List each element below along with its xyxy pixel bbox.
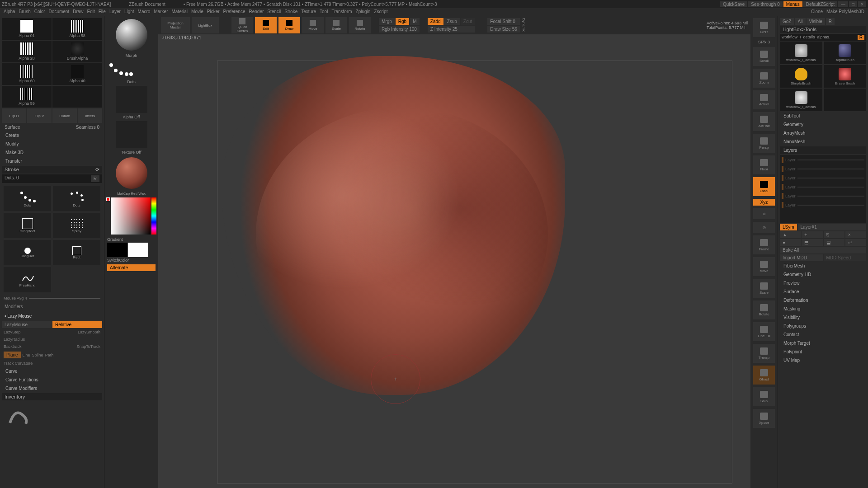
scale-button[interactable]: Scale: [326, 17, 347, 33]
close-icon[interactable]: ×: [858, 1, 866, 7]
menu-item[interactable]: Render: [249, 9, 264, 15]
xpose-button[interactable]: Xpose: [753, 409, 775, 428]
max-icon[interactable]: □: [849, 1, 857, 7]
polypaint-section[interactable]: Polypaint: [780, 348, 866, 356]
alternate-button[interactable]: Alternate: [107, 264, 156, 271]
alpha-thumb[interactable]: Alpha 59: [2, 86, 52, 108]
mouseavg-slider[interactable]: Mouse Avg 4: [4, 296, 27, 300]
menu-item[interactable]: Zplugin: [356, 9, 371, 15]
tool-thumb[interactable]: AlphaBrush: [824, 42, 867, 64]
layer-row[interactable]: Layer: [782, 157, 864, 163]
xyz-button[interactable]: Xyz: [753, 199, 775, 206]
menu-item[interactable]: Texture: [301, 9, 316, 15]
color-picker[interactable]: [111, 197, 151, 235]
menu-item[interactable]: Layer: [109, 9, 121, 15]
bpr-button[interactable]: BPR: [753, 18, 775, 37]
min-icon[interactable]: —: [838, 1, 848, 7]
rotate-gizmo-button[interactable]: Rotate: [753, 300, 775, 319]
transfer-button[interactable]: Transfer: [2, 157, 102, 165]
masking-section[interactable]: Masking: [780, 305, 866, 313]
mddspeed-slider[interactable]: MDD Speed: [824, 254, 867, 261]
defaultzscript-button[interactable]: DefaultZScript: [803, 1, 837, 7]
layer-split-icon[interactable]: ⬒: [802, 239, 822, 246]
line-button[interactable]: Line: [23, 353, 30, 357]
menu-item[interactable]: Material: [172, 9, 188, 15]
alpha-thumb[interactable]: BrushAlpha: [52, 41, 102, 62]
stroke-dragdot[interactable]: DragDot: [4, 240, 51, 265]
scroll-button[interactable]: Scroll: [753, 47, 775, 66]
persp-button[interactable]: Persp: [753, 134, 775, 153]
hue-slider[interactable]: [151, 197, 156, 235]
layer-row[interactable]: Layer: [782, 202, 864, 208]
transp-button[interactable]: Transp: [753, 344, 775, 363]
goz-all-button[interactable]: All: [795, 18, 805, 25]
alpha-thumb[interactable]: [52, 86, 102, 108]
stroke-dots[interactable]: Dots: [4, 186, 51, 211]
menu-item[interactable]: Macro: [138, 9, 151, 15]
rgb-button[interactable]: Rgb: [396, 18, 409, 25]
lazymouse-button[interactable]: LazyMouse: [2, 321, 52, 328]
plane-button[interactable]: Plane: [4, 352, 21, 358]
texture-thumb[interactable]: [116, 121, 147, 148]
alpha-thumb[interactable]: Alpha 28: [2, 41, 52, 62]
alpha-thumb[interactable]: Alpha 01: [2, 18, 52, 40]
morphtarget-section[interactable]: Morph Target: [780, 339, 866, 347]
quicksave-button[interactable]: QuickSave: [720, 1, 747, 7]
zadd-button[interactable]: Zadd: [428, 18, 443, 25]
menu-item[interactable]: Light: [124, 9, 134, 15]
alpha-thumb[interactable]: Alpha 60: [2, 63, 52, 85]
stroke-header[interactable]: Stroke⟳: [2, 166, 102, 174]
menu-item[interactable]: Stencil: [267, 9, 281, 15]
zoom-button[interactable]: Zoom: [753, 69, 775, 88]
layer-name-field[interactable]: Layer#1: [798, 224, 866, 230]
seamless-slider[interactable]: Seamless 0: [76, 125, 99, 130]
stroke-dots2[interactable]: Dots: [53, 186, 100, 211]
layer-invert-icon[interactable]: ⇄: [845, 239, 866, 246]
menu-item[interactable]: Preference: [223, 9, 245, 15]
nanomesh-section[interactable]: NanoMesh: [780, 138, 866, 145]
path-button[interactable]: Path: [45, 353, 54, 357]
alpha-thumb[interactable]: Alpha 58: [52, 18, 102, 40]
curvefns-section[interactable]: Curve Functions: [2, 376, 102, 384]
stroke-rect[interactable]: Rect: [53, 240, 100, 265]
stroke-dragrect[interactable]: DragRect: [4, 213, 51, 238]
aahalf-button[interactable]: AAHalf: [753, 112, 775, 131]
inventory-header[interactable]: Inventory: [2, 393, 102, 400]
viewport[interactable]: [158, 42, 750, 488]
dynamic-button[interactable]: Dynamic: [522, 18, 526, 32]
polygroups-section[interactable]: Polygroups: [780, 322, 866, 330]
quicksketch-button[interactable]: Quick Sketch: [231, 17, 253, 33]
layer-row[interactable]: Layer: [782, 184, 864, 190]
menu-item[interactable]: Alpha: [4, 9, 15, 15]
move-gizmo-button[interactable]: Move: [753, 257, 775, 276]
stroke-preview[interactable]: [104, 58, 136, 80]
drawsize-slider[interactable]: Draw Size 56: [487, 26, 519, 33]
importmdd-button[interactable]: Import MDD: [780, 254, 823, 261]
contact-section[interactable]: Contact: [780, 331, 866, 338]
geometry-section[interactable]: Geometry: [780, 121, 866, 128]
relative-button[interactable]: Relative: [52, 321, 102, 328]
linefill-button[interactable]: Line Fill: [753, 322, 775, 341]
solo-button[interactable]: Solo: [753, 387, 775, 406]
arraymesh-section[interactable]: ArrayMesh: [780, 129, 866, 137]
menu-item[interactable]: Draw: [73, 9, 83, 15]
ghost-button[interactable]: Ghost: [753, 366, 775, 385]
stroke-freehand[interactable]: FreeHand: [4, 267, 51, 292]
m-button[interactable]: M: [410, 18, 419, 25]
curve-section[interactable]: Curve: [2, 367, 102, 375]
deformation-section[interactable]: Deformation: [780, 296, 866, 304]
preview-section[interactable]: Preview: [780, 279, 866, 287]
menu-item[interactable]: Tool: [320, 9, 328, 15]
spix-slider[interactable]: SPix 3: [758, 40, 770, 44]
layer-row[interactable]: Layer: [782, 166, 864, 172]
create-button[interactable]: Create: [2, 131, 102, 139]
menu-item[interactable]: Edit: [87, 9, 95, 15]
surface-section[interactable]: Surface: [780, 288, 866, 296]
bakeall-button[interactable]: Bake All: [780, 247, 866, 253]
actual-button[interactable]: Actual: [753, 90, 775, 109]
layer-rec-icon[interactable]: ●: [780, 239, 801, 246]
r2-button[interactable]: R: [858, 35, 864, 40]
lazystep[interactable]: LazyStep: [4, 330, 21, 334]
layer-new-icon[interactable]: +: [802, 231, 822, 238]
menus-button[interactable]: Menus: [783, 1, 802, 7]
